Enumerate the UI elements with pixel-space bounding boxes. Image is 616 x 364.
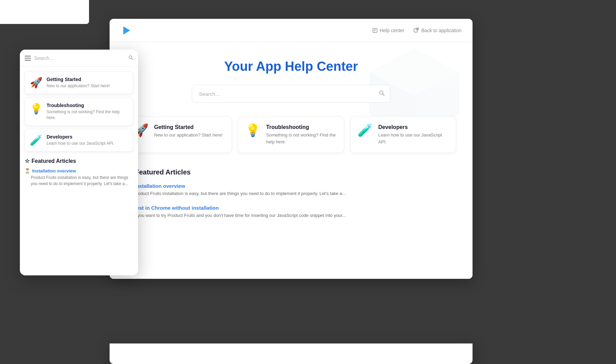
widget-cat-desc-1: Something is not working? Find the help … — [47, 109, 128, 121]
article-title-1[interactable]: Test in Chrome without installation — [134, 205, 219, 211]
cat-desc-0: New to our application? Start here! — [154, 132, 223, 139]
developers-icon: 🧪 — [357, 124, 373, 136]
featured-section: ☆ Featured Articles ⏳ Installation overv… — [126, 168, 456, 219]
widget-cat-desc-0: New to our application? Start here! — [47, 83, 110, 89]
help-center-link[interactable]: Help center — [372, 28, 404, 33]
widget-search-input[interactable] — [34, 55, 125, 61]
logo — [121, 24, 133, 37]
bottom-strip — [110, 343, 473, 364]
hamburger-line-2 — [25, 58, 31, 58]
widget-featured-heading: ☆ Featured Articles — [25, 158, 133, 164]
hamburger-button[interactable] — [25, 56, 31, 61]
widget-cat-title-1: Troubleshooting — [47, 103, 128, 108]
widget-cat-title-2: Developers — [47, 134, 114, 140]
main-window: Help center Back to application — [110, 19, 473, 279]
article-desc-0: Product Fruits installation is easy, but… — [126, 190, 456, 197]
header-nav: Help center Back to application — [372, 28, 462, 33]
widget-star-icon: ☆ — [25, 158, 29, 164]
widget-header — [20, 50, 138, 67]
featured-heading: ☆ Featured Articles — [126, 168, 456, 176]
back-to-app-link[interactable]: Back to application — [414, 28, 462, 33]
troubleshooting-icon: 💡 — [245, 124, 261, 136]
widget-article-title-0[interactable]: ⏳ Installation overview — [25, 168, 133, 173]
svg-marker-0 — [123, 26, 130, 35]
widget-rocket-icon: 🚀 — [30, 77, 42, 89]
article-item-0: ⏳ Installation overview Product Fruits i… — [126, 183, 456, 197]
widget-cat-developers[interactable]: 🧪 Developers Learn how to use our JavaSc… — [25, 129, 133, 152]
widget-cat-troubleshooting[interactable]: 💡 Troubleshooting Something is not worki… — [25, 98, 133, 126]
widget-article-desc-0: Product Fruits installation is easy, but… — [25, 174, 133, 187]
search-icon — [379, 90, 385, 98]
page-title: Your App Help Center — [126, 59, 456, 74]
svg-rect-4 — [414, 29, 417, 32]
cat-title-2: Developers — [378, 124, 449, 130]
featured-label: Featured Articles — [135, 168, 191, 176]
widget-flask-icon: 🧪 — [30, 134, 42, 146]
category-card-troubleshooting[interactable]: 💡 Troubleshooting Something is not worki… — [238, 116, 344, 153]
widget-bulb-icon: 💡 — [30, 103, 42, 115]
svg-rect-1 — [373, 28, 377, 32]
search-container — [192, 85, 390, 103]
widget-cat-title-0: Getting Started — [47, 77, 110, 82]
main-header: Help center Back to application — [110, 19, 473, 42]
categories-row: 🚀 Getting Started New to our application… — [126, 116, 456, 153]
cat-title-0: Getting Started — [154, 124, 223, 130]
category-card-developers[interactable]: 🧪 Developers Learn how to use our JavaSc… — [350, 116, 456, 153]
article-desc-1: If you want to try Product Fruits and yo… — [126, 212, 456, 219]
widget-article-icon-0: ⏳ — [25, 168, 30, 173]
back-to-app-label: Back to application — [421, 28, 462, 33]
widget-article-0: ⏳ Installation overview Product Fruits i… — [25, 168, 133, 187]
top-left-decoration — [0, 0, 89, 24]
search-input[interactable] — [192, 85, 390, 103]
svg-line-13 — [383, 94, 385, 96]
widget-cat-desc-2: Learn how to use our JavaScript API. — [47, 141, 114, 146]
widget-featured-label: Featured Articles — [32, 158, 76, 164]
category-card-getting-started[interactable]: 🚀 Getting Started New to our application… — [126, 116, 232, 153]
hamburger-line-1 — [25, 56, 31, 56]
cat-title-1: Troubleshooting — [266, 124, 337, 130]
widget-cat-getting-started[interactable]: 🚀 Getting Started New to our application… — [25, 72, 133, 94]
cat-desc-1: Something is not working? Find the help … — [266, 132, 337, 145]
widget-panel: 🚀 Getting Started New to our application… — [20, 50, 138, 275]
svg-line-15 — [131, 58, 133, 60]
widget-body: 🚀 Getting Started New to our application… — [20, 67, 138, 273]
article-item-1: 🖥 Test in Chrome without installation If… — [126, 205, 456, 219]
widget-search-icon — [128, 55, 133, 61]
article-title-0[interactable]: Installation overview — [135, 183, 185, 189]
hamburger-line-3 — [25, 60, 31, 61]
cat-desc-2: Learn how to use our JavaScript API. — [378, 132, 449, 145]
main-content: Your App Help Center 🚀 Getting Started N… — [110, 42, 473, 279]
help-center-label: Help center — [380, 28, 404, 33]
